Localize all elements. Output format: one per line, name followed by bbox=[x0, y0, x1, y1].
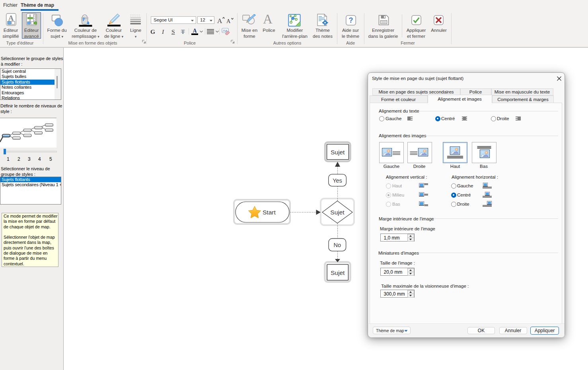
svg-text:Aa: Aa bbox=[223, 29, 227, 33]
svg-text:A: A bbox=[217, 17, 222, 24]
svg-text:Sujet: Sujet bbox=[331, 269, 345, 276]
svg-text:Yes: Yes bbox=[333, 177, 342, 184]
svg-text:A: A bbox=[226, 18, 231, 24]
svg-text:Sujet: Sujet bbox=[330, 209, 345, 216]
svg-text:?: ? bbox=[349, 16, 353, 24]
svg-text:A: A bbox=[8, 14, 14, 22]
svg-text:Sujet: Sujet bbox=[331, 149, 345, 156]
svg-text:No: No bbox=[334, 242, 341, 248]
svg-text:Start: Start bbox=[263, 209, 276, 216]
